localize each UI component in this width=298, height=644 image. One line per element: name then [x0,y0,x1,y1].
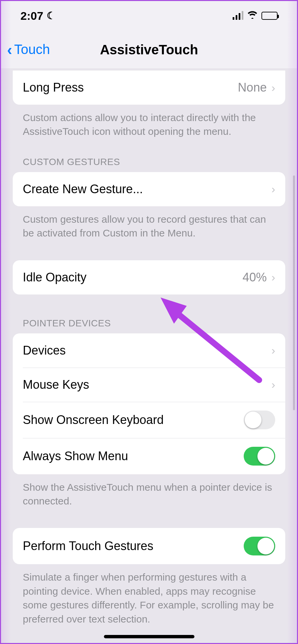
devices-label: Devices [23,343,66,358]
wifi-icon [247,10,257,21]
device-frame: 2:07 ☾ ‹ Touch AssistiveTouch Long Press… [0,0,298,644]
show-onscreen-keyboard-toggle[interactable] [244,411,275,429]
perform-touch-gestures-row[interactable]: Perform Touch Gestures [13,528,285,564]
settings-content: Long Press None › Custom actions allow y… [1,70,297,636]
idle-opacity-row[interactable]: Idle Opacity 40% › [13,260,285,294]
do-not-disturb-icon: ☾ [47,10,56,21]
status-bar: 2:07 ☾ [1,1,297,31]
custom-gestures-header: CUSTOM GESTURES [13,148,285,172]
pointer-devices-footer: Show the AssistiveTouch menu when a poin… [13,474,285,508]
touch-gestures-footer: Simulate a finger when performing gestur… [13,564,285,626]
show-onscreen-keyboard-row[interactable]: Show Onscreen Keyboard [13,402,285,438]
always-show-menu-row[interactable]: Always Show Menu [13,438,285,474]
create-new-gesture-row[interactable]: Create New Gesture... › [13,172,285,206]
battery-icon [261,12,278,20]
long-press-value: None [238,80,267,95]
custom-gestures-footer: Custom gestures allow you to record gest… [13,206,285,240]
always-show-menu-label: Always Show Menu [23,449,128,463]
idle-opacity-label: Idle Opacity [23,270,86,284]
status-time: 2:07 [20,9,43,22]
cellular-icon [233,12,243,20]
chevron-right-icon: › [272,378,275,391]
chevron-right-icon: › [272,182,275,196]
perform-touch-gestures-label: Perform Touch Gestures [23,539,154,553]
chevron-right-icon: › [272,344,275,357]
create-new-gesture-label: Create New Gesture... [23,182,143,196]
mouse-keys-label: Mouse Keys [23,378,89,392]
long-press-label: Long Press [23,80,84,95]
pointer-devices-header: POINTER DEVICES [13,318,285,333]
scroll-indicator [293,175,295,410]
long-press-row[interactable]: Long Press None › [13,70,285,105]
perform-touch-gestures-toggle[interactable] [244,537,275,555]
page-title: AssistiveTouch [1,42,297,57]
home-indicator[interactable] [104,635,194,638]
chevron-right-icon: › [272,81,275,94]
chevron-right-icon: › [272,271,275,284]
idle-opacity-value: 40% [243,270,267,284]
show-onscreen-keyboard-label: Show Onscreen Keyboard [23,413,164,427]
mouse-keys-row[interactable]: Mouse Keys › [13,368,285,402]
custom-actions-footer: Custom actions allow you to interact dir… [13,105,285,139]
always-show-menu-toggle[interactable] [244,447,275,466]
nav-bar: ‹ Touch AssistiveTouch [1,31,297,69]
devices-row[interactable]: Devices › [13,333,285,368]
